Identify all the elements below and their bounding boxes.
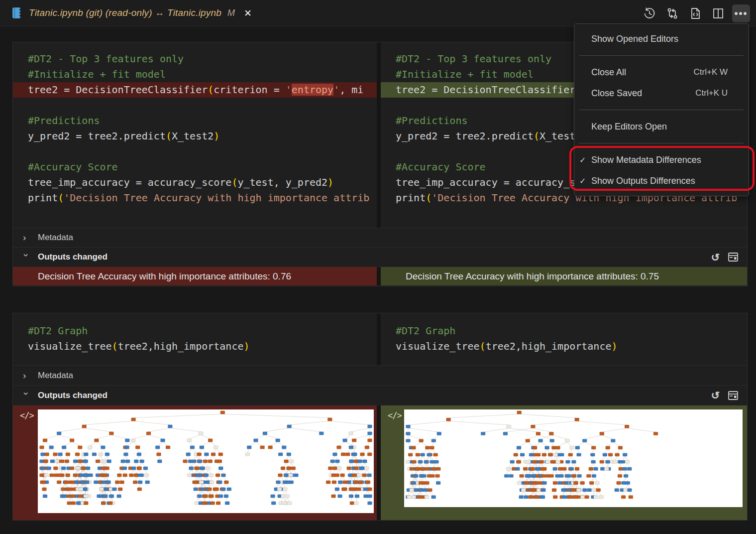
metadata-section-header[interactable]: › Metadata bbox=[13, 228, 747, 247]
code-line: #DT2 Graph bbox=[381, 323, 747, 339]
checkmark-icon: ✓ bbox=[579, 176, 591, 186]
editor-tab-bar: Titanic.ipynb (git) (read-only) ↔ Titani… bbox=[0, 0, 756, 26]
image-output-modified: </> bbox=[381, 405, 747, 520]
code-line: tree2 = DecisionTreeClassifier(criterion… bbox=[13, 82, 377, 98]
menu-item-show-opened-editors[interactable]: Show Opened Editors bbox=[574, 28, 749, 49]
menu-item-close-all[interactable]: Close AllCtrl+K W bbox=[574, 62, 749, 83]
code-line bbox=[13, 98, 377, 113]
tab-title: Titanic.ipynb (git) (read-only) ↔ Titani… bbox=[29, 7, 221, 18]
code-line: visualize_tree(tree2,high_importance) bbox=[13, 339, 377, 354]
diff-pane-original[interactable]: #DT2 - Top 3 features only#Initialize + … bbox=[13, 42, 377, 228]
diff-tab[interactable]: Titanic.ipynb (git) (read-only) ↔ Titani… bbox=[0, 0, 252, 26]
code-line: tree_imp_accuracy = accuracy_score(y_tes… bbox=[13, 175, 377, 190]
code-line: print('Decision Tree Accuracy with high … bbox=[13, 190, 377, 206]
split-editor-icon[interactable] bbox=[709, 4, 727, 22]
menu-item-show-outputs-differences[interactable]: ✓Show Outputs Differences bbox=[574, 170, 749, 191]
chevron-right-icon: › bbox=[23, 370, 30, 381]
code-line: #Predictions bbox=[13, 113, 377, 129]
close-icon[interactable]: ✕ bbox=[244, 7, 252, 19]
menu-item-keep-editors-open[interactable]: Keep Editors Open bbox=[574, 116, 749, 137]
outputs-changed-label: Outputs changed bbox=[38, 391, 108, 400]
metadata-label: Metadata bbox=[38, 371, 73, 381]
code-line: #DT2 Graph bbox=[13, 323, 377, 339]
more-actions-icon[interactable]: ••• bbox=[732, 4, 750, 22]
outputs-section-header[interactable]: › Outputs changed ↺ bbox=[13, 247, 747, 267]
pane-divider[interactable] bbox=[377, 313, 381, 365]
metadata-label: Metadata bbox=[38, 233, 73, 243]
chevron-right-icon: › bbox=[23, 232, 30, 243]
code-line: #Initialize + fit model bbox=[13, 67, 377, 82]
vscode-diff-editor: Titanic.ipynb (git) (read-only) ↔ Titani… bbox=[0, 0, 756, 534]
menu-separator bbox=[579, 55, 744, 56]
code-diff-area: #DT2 Graphvisualize_tree(tree2,high_impo… bbox=[13, 313, 747, 365]
open-diff-editor-icon[interactable] bbox=[727, 251, 739, 263]
editor-actions: ••• bbox=[641, 0, 750, 26]
outputs-changed-label: Outputs changed bbox=[38, 252, 108, 262]
menu-item-label: Show Opened Editors bbox=[591, 34, 743, 44]
code-line: #Accuracy Score bbox=[13, 159, 377, 175]
notebook-cell-diff-2: #DT2 Graphvisualize_tree(tree2,high_impo… bbox=[12, 313, 748, 521]
outputs-section-header[interactable]: › Outputs changed ↺ bbox=[13, 385, 747, 405]
menu-item-shortcut: Ctrl+K W bbox=[694, 67, 743, 77]
menu-separator bbox=[579, 110, 744, 110]
menu-item-shortcut: Ctrl+K U bbox=[695, 88, 743, 98]
chevron-down-icon: › bbox=[21, 254, 32, 261]
code-line bbox=[13, 144, 377, 159]
open-diff-editor-icon[interactable] bbox=[727, 390, 739, 401]
modified-badge: M bbox=[227, 8, 235, 18]
code-line: y_pred2 = tree2.predict(X_test2) bbox=[13, 129, 377, 144]
pane-divider[interactable] bbox=[377, 42, 381, 228]
open-file-code-icon[interactable] bbox=[686, 4, 704, 22]
menu-item-label: Show Metadata Differences bbox=[591, 155, 743, 165]
chevron-down-icon: › bbox=[21, 392, 32, 399]
menu-separator bbox=[579, 143, 744, 143]
diff-pane-modified[interactable]: #DT2 Graphvisualize_tree(tree2,high_impo… bbox=[381, 313, 747, 365]
code-line: visualize_tree(tree2,high_importance) bbox=[381, 339, 747, 354]
notebook-icon bbox=[11, 6, 23, 20]
outputs-header-actions: ↺ bbox=[711, 386, 739, 405]
menu-item-label: Show Outputs Differences bbox=[591, 176, 743, 186]
code-output-icon: </> bbox=[388, 410, 402, 420]
menu-item-label: Close All bbox=[591, 67, 694, 78]
output-modified: Decision Tree Accuracy with high importa… bbox=[381, 267, 747, 285]
menu-item-show-metadata-differences[interactable]: ✓Show Metadata Differences bbox=[574, 149, 749, 170]
code-output-icon: </> bbox=[20, 410, 34, 420]
metadata-section-header[interactable]: › Metadata bbox=[13, 365, 747, 385]
decision-tree-image bbox=[38, 409, 374, 513]
output-diff-band: Decision Tree Accuracy with high importa… bbox=[13, 267, 747, 285]
image-output-original: </> bbox=[13, 405, 377, 520]
menu-item-label: Keep Editors Open bbox=[591, 122, 743, 132]
decision-tree-image bbox=[404, 409, 743, 507]
image-output-diff-band: </> </> bbox=[13, 405, 747, 520]
discard-changes-icon[interactable]: ↺ bbox=[711, 390, 720, 400]
timeline-history-icon[interactable] bbox=[641, 4, 658, 22]
output-band-divider bbox=[377, 267, 381, 285]
menu-item-close-saved[interactable]: Close SavedCtrl+K U bbox=[574, 83, 749, 104]
editor-actions-context-menu: Show Opened EditorsClose AllCtrl+K WClos… bbox=[574, 23, 749, 196]
git-compare-icon[interactable] bbox=[663, 4, 681, 22]
menu-item-label: Close Saved bbox=[591, 88, 695, 99]
output-original: Decision Tree Accuracy with high importa… bbox=[13, 267, 377, 285]
discard-changes-icon[interactable]: ↺ bbox=[711, 252, 720, 263]
code-line: #DT2 - Top 3 features only bbox=[13, 51, 377, 67]
checkmark-icon: ✓ bbox=[579, 155, 591, 165]
outputs-header-actions: ↺ bbox=[711, 248, 739, 267]
diff-pane-original[interactable]: #DT2 Graphvisualize_tree(tree2,high_impo… bbox=[13, 313, 377, 365]
output-band-divider bbox=[377, 405, 381, 520]
